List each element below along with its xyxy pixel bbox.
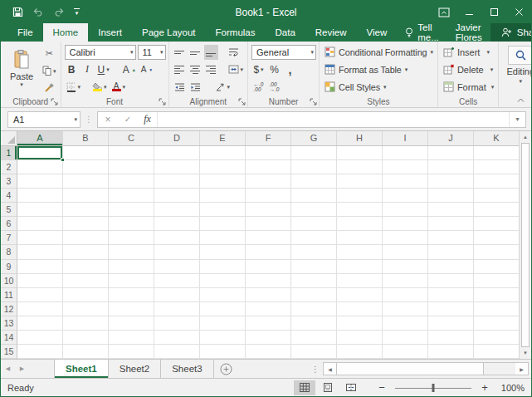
- cell-G8[interactable]: [291, 245, 337, 259]
- cell-B7[interactable]: [63, 231, 109, 245]
- row-header-8[interactable]: 8: [1, 245, 17, 259]
- cell-B12[interactable]: [63, 302, 109, 316]
- cell-D12[interactable]: [154, 302, 200, 316]
- column-header-A[interactable]: A: [17, 131, 63, 145]
- new-sheet-button[interactable]: [214, 360, 239, 378]
- cell-E15[interactable]: [200, 345, 246, 359]
- tab-file[interactable]: File: [7, 23, 43, 42]
- cell-C5[interactable]: [109, 203, 154, 217]
- cell-K6[interactable]: [474, 217, 520, 231]
- cell-A5[interactable]: [17, 203, 63, 217]
- cell-I7[interactable]: [383, 231, 428, 245]
- cell-E3[interactable]: [200, 174, 246, 189]
- cell-H4[interactable]: [337, 189, 383, 203]
- cell-E8[interactable]: [200, 245, 246, 259]
- cell-D8[interactable]: [154, 245, 200, 259]
- cell-D1[interactable]: [154, 146, 200, 160]
- cell-A13[interactable]: [17, 316, 63, 331]
- cell-D11[interactable]: [154, 288, 200, 302]
- cell-B9[interactable]: [63, 260, 109, 274]
- middle-align-button[interactable]: [188, 45, 203, 60]
- editing-button[interactable]: Editing ▾: [502, 44, 532, 84]
- cell-H1[interactable]: [337, 146, 383, 160]
- zoom-out-button[interactable]: −: [375, 381, 388, 394]
- cell-F13[interactable]: [246, 316, 291, 331]
- column-header-H[interactable]: H: [337, 131, 383, 145]
- cell-G7[interactable]: [291, 231, 337, 245]
- cell-F14[interactable]: [246, 331, 291, 345]
- format-cells-button[interactable]: Format ▾: [442, 79, 495, 95]
- cell-G14[interactable]: [291, 331, 337, 345]
- enter-icon[interactable]: ✓: [118, 112, 138, 127]
- font-color-button[interactable]: A ▾: [110, 80, 128, 95]
- row-header-3[interactable]: 3: [1, 174, 17, 189]
- cell-K4[interactable]: [474, 189, 520, 203]
- cell-F5[interactable]: [246, 203, 291, 217]
- italic-button[interactable]: I: [81, 62, 95, 77]
- cell-K15[interactable]: [474, 345, 520, 359]
- cell-C12[interactable]: [109, 302, 154, 316]
- share-button[interactable]: Share: [491, 23, 532, 42]
- cell-E1[interactable]: [200, 146, 246, 160]
- cell-H3[interactable]: [337, 174, 383, 189]
- conditional-formatting-button[interactable]: Conditional Formatting ▾: [323, 44, 435, 60]
- cell-E11[interactable]: [200, 288, 246, 302]
- cell-B6[interactable]: [63, 217, 109, 231]
- cell-A11[interactable]: [17, 288, 63, 302]
- row-header-2[interactable]: 2: [1, 160, 17, 174]
- cell-G1[interactable]: [291, 146, 337, 160]
- cancel-icon[interactable]: ×: [98, 112, 118, 127]
- cell-I12[interactable]: [383, 302, 428, 316]
- sheet-nav-left-icon[interactable]: ◀: [1, 360, 15, 378]
- cell-H13[interactable]: [337, 316, 383, 331]
- increase-decimal-button[interactable]: ←.0.00: [251, 80, 266, 95]
- cell-G10[interactable]: [291, 274, 337, 288]
- decrease-decimal-button[interactable]: .00→.0: [267, 80, 281, 95]
- alignment-dialog-launcher-icon[interactable]: [237, 97, 246, 105]
- borders-button[interactable]: ▾: [65, 80, 83, 95]
- horizontal-scrollbar[interactable]: ◀ ▶: [323, 362, 529, 375]
- row-header-6[interactable]: 6: [1, 217, 17, 231]
- cell-C11[interactable]: [109, 288, 154, 302]
- scroll-up-icon[interactable]: ▲: [520, 131, 531, 143]
- cell-F6[interactable]: [246, 217, 291, 231]
- format-painter-button[interactable]: [41, 81, 58, 96]
- cell-C15[interactable]: [109, 345, 154, 359]
- delete-cells-button[interactable]: Delete ▾: [442, 61, 495, 77]
- sheet-tab-sheet3[interactable]: Sheet3: [161, 360, 213, 378]
- font-dialog-launcher-icon[interactable]: [159, 97, 167, 105]
- cell-I11[interactable]: [383, 288, 428, 302]
- cell-G5[interactable]: [291, 203, 337, 217]
- wrap-text-button[interactable]: [227, 45, 241, 60]
- font-name-select[interactable]: Calibri ▾: [65, 45, 136, 60]
- cell-H5[interactable]: [337, 203, 383, 217]
- minimize-icon[interactable]: [456, 1, 481, 23]
- scroll-right-icon[interactable]: ▶: [515, 363, 528, 375]
- name-box[interactable]: A1 ▾: [7, 111, 81, 128]
- cell-I10[interactable]: [383, 274, 428, 288]
- cell-K10[interactable]: [474, 274, 520, 288]
- select-all-button[interactable]: [1, 131, 17, 145]
- cell-J7[interactable]: [428, 231, 474, 245]
- cell-A14[interactable]: [17, 331, 63, 345]
- cell-K8[interactable]: [474, 245, 520, 259]
- insert-function-icon[interactable]: fx: [138, 112, 158, 127]
- sheet-tab-sheet2[interactable]: Sheet2: [109, 360, 161, 378]
- cell-I14[interactable]: [383, 331, 428, 345]
- cell-I4[interactable]: [383, 189, 428, 203]
- cell-D10[interactable]: [154, 274, 200, 288]
- cell-I5[interactable]: [383, 203, 428, 217]
- save-icon[interactable]: [12, 7, 23, 17]
- row-header-4[interactable]: 4: [1, 189, 17, 203]
- cell-B11[interactable]: [63, 288, 109, 302]
- cell-K2[interactable]: [474, 160, 520, 174]
- cell-B13[interactable]: [63, 316, 109, 331]
- cell-C14[interactable]: [109, 331, 154, 345]
- cell-C7[interactable]: [109, 231, 154, 245]
- cell-G12[interactable]: [291, 302, 337, 316]
- user-account[interactable]: Javier Flores: [447, 23, 491, 42]
- cell-J5[interactable]: [428, 203, 474, 217]
- cell-B8[interactable]: [63, 245, 109, 259]
- formula-input[interactable]: [158, 112, 509, 127]
- column-header-D[interactable]: D: [154, 131, 200, 145]
